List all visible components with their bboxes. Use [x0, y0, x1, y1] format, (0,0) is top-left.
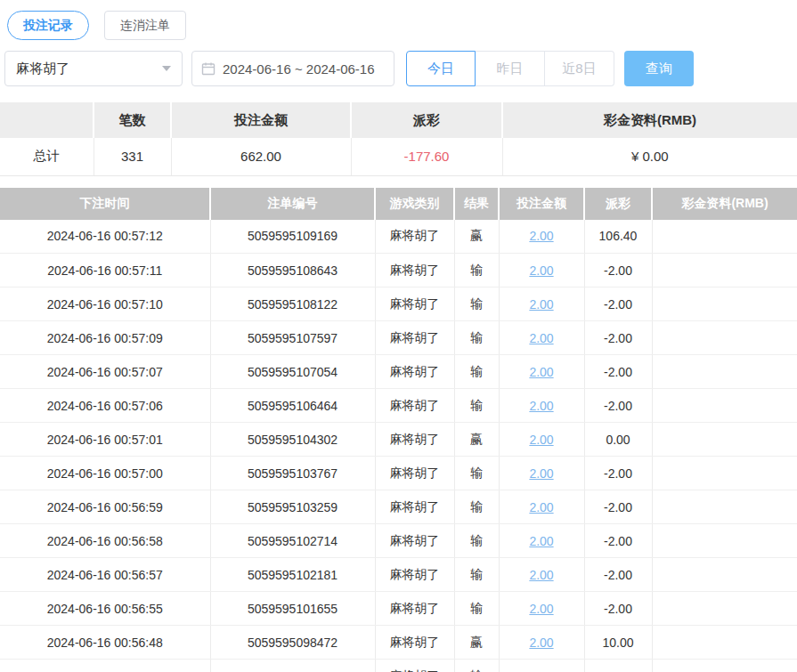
filter-controls: 麻将胡了 2024-06-16 ~ 2024-06-16 今日 昨日 近8日 查…	[4, 51, 797, 86]
bet-amount-link[interactable]: 2.00	[529, 534, 553, 548]
bet-number-cell: 5059595106464	[210, 389, 375, 423]
bonus-cell	[652, 660, 797, 672]
payout-cell: -2.00	[584, 524, 652, 558]
game-type-cell: 麻将胡了	[375, 423, 454, 457]
bet-amount-cell: 2.00	[499, 423, 584, 457]
bet-number-cell	[210, 660, 375, 672]
table-row: 2024-06-16 00:57:105059595108122麻将胡了输2.0…	[0, 287, 797, 321]
yesterday-button[interactable]: 昨日	[476, 51, 545, 86]
bet-amount-link[interactable]: 2.00	[529, 602, 553, 616]
bet-amount-link[interactable]: 2.00	[529, 297, 553, 312]
bet-time-cell: 2024-06-16 00:56:48	[0, 626, 210, 660]
bet-time-cell: 2024-06-16 00:56:57	[0, 558, 210, 592]
result-cell: 赢	[454, 626, 499, 660]
bet-amount-cell: 2.00	[499, 558, 584, 592]
records-table: 下注时间注单编号游戏类别结果投注金额派彩彩金资料(RMB) 2024-06-16…	[0, 188, 797, 672]
payout-cell: -2.00	[584, 254, 652, 287]
bet-amount-link[interactable]: 2.00	[529, 365, 553, 379]
bet-number-cell: 5059595109169	[210, 220, 375, 254]
payout-cell: -2.00	[584, 355, 652, 389]
game-type-cell: 麻将胡了	[375, 457, 454, 490]
summary-column-header	[0, 102, 94, 138]
quick-date-group: 今日 昨日 近8日	[406, 51, 614, 86]
bonus-cell	[652, 490, 797, 524]
bet-amount-link[interactable]: 2.00	[529, 636, 553, 650]
date-range-input[interactable]: 2024-06-16 ~ 2024-06-16	[191, 51, 394, 86]
bet-time-cell	[0, 660, 210, 672]
result-cell: 输	[454, 457, 499, 490]
bet-amount-link[interactable]: 2.00	[529, 399, 553, 413]
bet-time-cell: 2024-06-16 00:57:11	[0, 254, 210, 287]
game-type-cell: 麻将胡了	[375, 254, 454, 287]
bet-amount-cell: 2.00	[499, 287, 584, 321]
bonus-cell	[652, 389, 797, 423]
summary-total-label: 总计	[0, 138, 94, 175]
bet-time-cell: 2024-06-16 00:56:55	[0, 592, 210, 626]
bet-time-cell: 2024-06-16 00:57:01	[0, 423, 210, 457]
payout-cell: -2.00	[584, 558, 652, 592]
table-row: 2024-06-16 00:56:585059595102714麻将胡了输2.0…	[0, 524, 797, 558]
records-column-header: 投注金额	[499, 188, 584, 220]
table-row: 2024-06-16 00:57:095059595107597麻将胡了输2.0…	[0, 321, 797, 355]
bet-amount-cell: 2.00	[499, 254, 584, 287]
table-row: 2024-06-16 00:57:075059595107054麻将胡了输2.0…	[0, 355, 797, 389]
game-type-cell: 麻将胡了	[375, 287, 454, 321]
summary-header-row: 笔数投注金额派彩彩金资料(RMB)	[0, 102, 797, 138]
game-type-select[interactable]: 麻将胡了	[4, 51, 183, 86]
records-column-header: 结果	[454, 188, 499, 220]
summary-column-header: 投注金额	[171, 102, 351, 138]
bet-amount-cell: 2.00	[499, 457, 584, 490]
bet-number-cell: 5059595104302	[210, 423, 375, 457]
query-button[interactable]: 查询	[624, 51, 694, 86]
table-row: 2024-06-16 00:57:125059595109169麻将胡了赢2.0…	[0, 220, 797, 254]
game-type-cell: 麻将胡了	[375, 524, 454, 558]
bet-amount-link[interactable]: 2.00	[529, 229, 553, 243]
result-cell: 输	[454, 321, 499, 355]
summary-table: 笔数投注金额派彩彩金资料(RMB) 总计331662.00-177.60¥ 0.…	[0, 102, 797, 176]
bet-time-cell: 2024-06-16 00:57:07	[0, 355, 210, 389]
bet-time-cell: 2024-06-16 00:57:09	[0, 321, 210, 355]
last-8-days-button[interactable]: 近8日	[545, 51, 614, 86]
bet-amount-cell: 2.00	[499, 220, 584, 254]
bet-amount-link[interactable]: 2.00	[529, 466, 553, 481]
game-type-cell: 麻将胡了	[375, 626, 454, 660]
today-button[interactable]: 今日	[406, 51, 476, 86]
records-column-header: 彩金资料(RMB)	[652, 188, 797, 220]
bet-number-cell: 5059595108643	[210, 254, 375, 287]
bet-amount-link[interactable]: 2.00	[529, 433, 553, 447]
summary-bet-amount: 662.00	[171, 138, 351, 175]
bet-amount-link[interactable]: 2.00	[529, 263, 553, 278]
bet-time-cell: 2024-06-16 00:57:10	[0, 287, 210, 321]
bet-number-cell: 5059595102181	[210, 558, 375, 592]
bet-amount-link[interactable]: 2.00	[529, 568, 553, 582]
tab-cancelled-bets[interactable]: 连消注单	[104, 11, 186, 40]
calendar-icon	[201, 61, 216, 76]
result-cell: 输	[454, 355, 499, 389]
bonus-cell	[652, 626, 797, 660]
table-row: 2024-06-16 00:56:575059595102181麻将胡了输2.0…	[0, 558, 797, 592]
game-type-cell: 麻将胡了	[375, 558, 454, 592]
date-range-value: 2024-06-16 ~ 2024-06-16	[223, 61, 375, 77]
bet-amount-cell: 2.00	[499, 626, 584, 660]
bet-amount-link[interactable]: 2.00	[529, 500, 553, 514]
payout-cell: -2.00	[584, 592, 652, 626]
records-column-header: 游戏类别	[375, 188, 454, 220]
bet-time-cell: 2024-06-16 00:56:59	[0, 490, 210, 524]
tab-betting-records[interactable]: 投注记录	[7, 11, 89, 40]
bonus-cell	[652, 592, 797, 626]
summary-bonus: ¥ 0.00	[502, 138, 797, 175]
result-cell: 输	[454, 592, 499, 626]
bet-time-cell: 2024-06-16 00:57:00	[0, 457, 210, 490]
table-row: 2024-06-16 00:56:485059595098472麻将胡了赢2.0…	[0, 626, 797, 660]
records-column-header: 下注时间	[0, 188, 210, 220]
summary-column-header: 笔数	[94, 102, 171, 138]
bonus-cell	[652, 423, 797, 457]
result-cell: 输	[454, 254, 499, 287]
records-header-row: 下注时间注单编号游戏类别结果投注金额派彩彩金资料(RMB)	[0, 188, 797, 220]
payout-cell: -2.00	[584, 389, 652, 423]
result-cell: 输	[454, 558, 499, 592]
bet-amount-link[interactable]: 2.00	[529, 331, 553, 345]
game-type-value: 麻将胡了	[16, 61, 157, 77]
result-cell: 输	[454, 490, 499, 524]
summary-column-header: 派彩	[351, 102, 502, 138]
